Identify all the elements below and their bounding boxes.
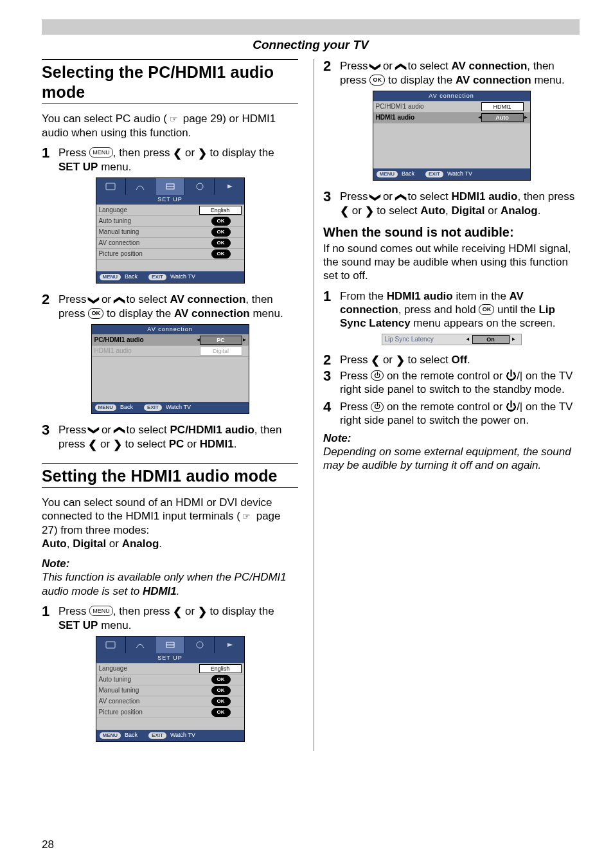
power-icon: ⏻: [371, 370, 384, 381]
power-side-icon: ⏻/|: [506, 370, 522, 382]
subsection-sound-not-audible: When the sound is not audible:: [323, 224, 580, 240]
pointer-icon: ☞: [240, 511, 253, 523]
right-arrow-icon: ❯: [365, 204, 374, 218]
right-step3: Press ❯ or ❯ to select HDMI1 audio, then…: [340, 190, 580, 218]
page-number: 28: [42, 838, 54, 851]
sec2-intro: You can select sound of an HDMI or DVI d…: [42, 496, 298, 550]
power-icon: ⏻: [371, 402, 384, 412]
down-arrow-icon: ❯: [369, 62, 382, 71]
right-arrow-icon: ❯: [113, 438, 122, 451]
section-title-hdmi1-audio: Setting the HDMI1 audio mode: [42, 466, 298, 486]
right-sub-step4: Press ⏻ on the remote control or ⏻/| on …: [340, 400, 580, 428]
right-arrow-icon: ❯: [396, 354, 405, 367]
step-number: 3: [323, 190, 333, 218]
sec2-step1: Press MENU, then press ❮ or ❯ to display…: [58, 604, 298, 632]
right-step2: Press ❯ or ❯ to select AV connection, th…: [340, 59, 580, 87]
svg-point-3: [197, 183, 203, 190]
up-arrow-icon: ❯: [393, 62, 407, 71]
up-arrow-icon: ❯: [393, 192, 407, 201]
down-arrow-icon: ❯: [369, 192, 382, 201]
ok-button-icon: OK: [88, 308, 103, 319]
lip-sync-field: Lip Sync Latency ◄ On ►: [382, 334, 522, 345]
left-arrow-icon: ❮: [173, 147, 182, 160]
av-connection-menu-figure-2: AV connection PC/HDMI1 audioHDMI1 HDMI1 …: [373, 91, 531, 181]
sec2-note: Note: This function is available only wh…: [42, 557, 298, 598]
menu-button-icon: MENU: [89, 147, 113, 158]
step-number: 1: [42, 604, 52, 632]
step-number: 2: [323, 59, 333, 87]
sec1-step2: Press ❯ or ❯ to select AV connection, th…: [58, 293, 298, 320]
down-arrow-icon: ❯: [87, 295, 101, 304]
sec1-intro: You can select PC audio (☞ page 29) or H…: [42, 112, 298, 140]
av-connection-menu-figure: AV connection PC/HDMI1 audio◄PC► HDMI1 a…: [91, 324, 249, 414]
ok-button-icon: OK: [479, 304, 494, 315]
up-arrow-icon: ❯: [112, 295, 125, 304]
power-side-icon: ⏻/|: [506, 401, 522, 413]
ok-button-icon: OK: [369, 75, 385, 86]
subsection-body: If no sound comes out while receiving HD…: [323, 242, 580, 283]
right-arrow-icon: ❯: [198, 605, 207, 619]
svg-rect-0: [106, 183, 115, 190]
right-note: Note: Depending on some external equipme…: [323, 431, 580, 473]
right-arrow-icon: ❯: [198, 147, 207, 160]
svg-point-7: [197, 642, 203, 648]
pointer-icon: ☞: [167, 114, 180, 125]
sec1-step1: Press MENU, then press ❮ or ❯ to display…: [58, 146, 298, 174]
sec1-step3: Press ❯ or ❯ to select PC/HDMI1 audio, t…: [58, 423, 298, 451]
right-sub-step1: From the HDMI1 audio item in the AV conn…: [340, 289, 580, 330]
menu-button-icon: MENU: [89, 606, 113, 616]
step-number: 1: [323, 289, 333, 330]
step-number: 1: [42, 146, 52, 174]
svg-rect-4: [106, 642, 115, 648]
left-arrow-icon: ❮: [88, 438, 97, 451]
page-header-bar: [42, 19, 580, 35]
up-arrow-icon: ❯: [112, 426, 125, 435]
step-number: 2: [42, 293, 52, 320]
section-title-pc-hdmi1: Selecting the PC/HDMI1 audio mode: [42, 62, 298, 103]
page-header-title: Connecting your TV: [42, 37, 580, 53]
right-sub-step3: Press ⏻ on the remote control or ⏻/| on …: [340, 369, 580, 397]
left-arrow-icon: ❮: [340, 204, 349, 218]
step-number: 3: [323, 369, 333, 397]
setup-menu-figure: SET UP LanguageEnglish Auto tuningOK Man…: [96, 177, 245, 284]
step-number: 4: [323, 400, 333, 428]
step-number: 2: [323, 353, 333, 367]
step-number: 3: [42, 423, 52, 451]
left-arrow-icon: ❮: [173, 605, 182, 619]
left-arrow-icon: ❮: [371, 354, 380, 367]
down-arrow-icon: ❯: [87, 426, 101, 435]
right-sub-step2: Press ❮ or ❯ to select Off.: [340, 353, 580, 367]
setup-menu-figure-2: SET UP LanguageEnglish Auto tuningOK Man…: [96, 636, 245, 742]
